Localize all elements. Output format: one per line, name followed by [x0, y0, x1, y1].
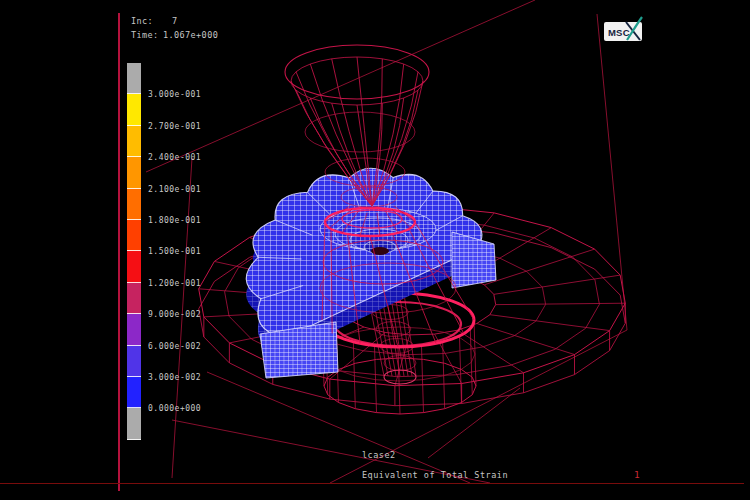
msc-logo-x-icon	[596, 12, 652, 48]
legend-tick-label: 9.000e-002	[148, 310, 201, 319]
legend-band	[127, 251, 141, 282]
increment-value: 7	[172, 17, 178, 26]
viewport-bottom-rule	[0, 483, 744, 484]
legend-tick-label: 2.100e-001	[148, 184, 201, 193]
legend-band	[127, 63, 141, 94]
legend-tick-label: 3.000e-001	[148, 90, 201, 99]
legend-band	[127, 283, 141, 314]
legend-band	[127, 189, 141, 220]
legend-tick-label: 0.000e+000	[148, 404, 201, 413]
legend-band	[127, 126, 141, 157]
legend-band	[127, 157, 141, 188]
legend-band	[127, 377, 141, 408]
legend-tick-label: 3.000e-002	[148, 373, 201, 382]
postprocessor-window: Inc: 7 Time: 1.067e+000 3.000e-0012.700e…	[0, 0, 750, 500]
legend-tick-label: 1.800e-001	[148, 216, 201, 225]
loadcase-label: lcase2	[362, 451, 396, 460]
legend-band	[127, 346, 141, 377]
model-viewport[interactable]	[0, 0, 750, 500]
legend-band	[127, 408, 141, 439]
time-value: 1.067e+000	[163, 31, 218, 40]
legend-tick-label: 2.700e-001	[148, 121, 201, 130]
legend-tick-label: 2.400e-001	[148, 153, 201, 162]
result-title: Equivalent of Total Strain	[362, 471, 508, 480]
legend-band	[127, 94, 141, 125]
legend-color-bar	[127, 63, 141, 440]
legend-band	[127, 220, 141, 251]
viewport-left-border	[118, 13, 120, 491]
legend-tick-label: 1.200e-001	[148, 278, 201, 287]
time-label: Time:	[131, 31, 159, 40]
legend-band	[127, 314, 141, 345]
legend-tick-label: 6.000e-002	[148, 341, 201, 350]
legend-tick-label: 1.500e-001	[148, 247, 201, 256]
increment-label: Inc:	[131, 17, 153, 26]
page-number: 1	[634, 470, 640, 480]
